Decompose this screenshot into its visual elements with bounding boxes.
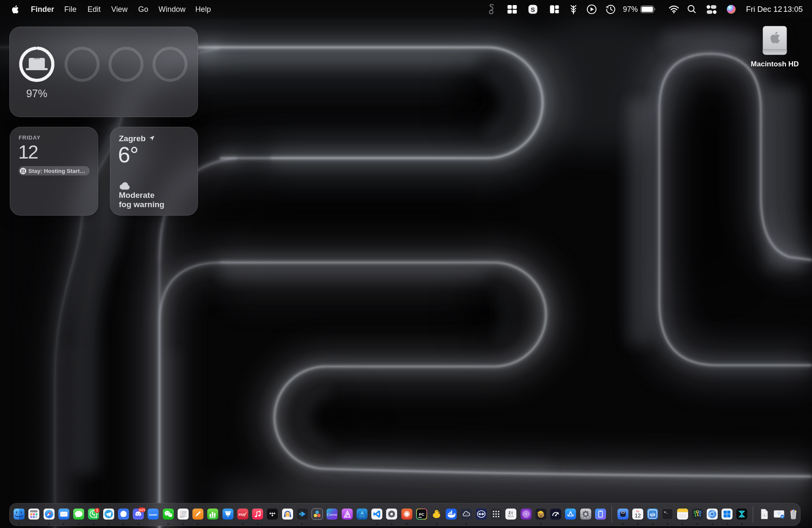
svg-text:PC: PC bbox=[419, 512, 425, 517]
svg-text:1171: 1171 bbox=[139, 509, 145, 512]
svg-text:1: 1 bbox=[96, 508, 98, 512]
svg-text:qb: qb bbox=[650, 512, 656, 517]
svg-text:12: 12 bbox=[635, 512, 641, 519]
svg-text:MA: MA bbox=[508, 514, 514, 518]
svg-text:>_: >_ bbox=[664, 510, 668, 514]
svg-text:97%: 97% bbox=[26, 88, 47, 99]
svg-text:Canva: Canva bbox=[327, 512, 337, 517]
svg-text:zoom: zoom bbox=[149, 513, 157, 517]
svg-text:S: S bbox=[531, 6, 535, 13]
